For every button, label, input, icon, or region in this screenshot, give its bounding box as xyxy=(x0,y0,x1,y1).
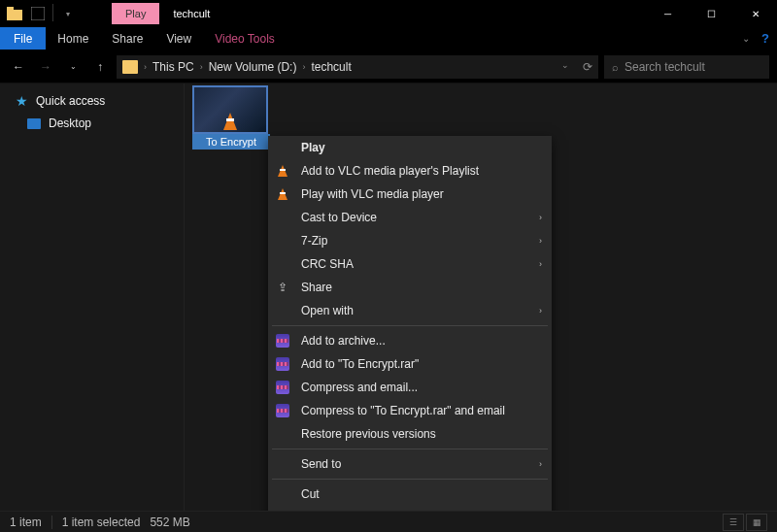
search-input[interactable]: ⌕ Search techcult xyxy=(604,55,769,79)
winrar-icon xyxy=(276,357,289,371)
minimize-button[interactable]: ─ xyxy=(646,0,690,27)
breadcrumb-this-pc[interactable]: This PC xyxy=(152,60,194,74)
tab-view[interactable]: View xyxy=(154,27,203,50)
window-controls: ─ ☐ ✕ xyxy=(646,0,777,27)
status-size: 552 MB xyxy=(150,515,189,529)
ribbon-tabs: File Home Share View Video Tools ⌄ ? xyxy=(0,27,777,50)
thumbnails-view-button[interactable]: ▦ xyxy=(746,514,767,531)
ctx-cast[interactable]: Cast to Device› xyxy=(268,206,552,229)
divider xyxy=(52,4,53,21)
chevron-right-icon: › xyxy=(539,213,542,222)
sidebar-desktop[interactable]: Desktop xyxy=(0,113,184,134)
ctx-add-archive[interactable]: Add to archive... xyxy=(268,329,552,352)
sidebar-item-label: Quick access xyxy=(36,94,105,108)
tab-video-tools[interactable]: Video Tools xyxy=(203,27,287,50)
winrar-icon xyxy=(276,404,289,417)
ctx-play-vlc[interactable]: Play with VLC media player xyxy=(268,183,552,206)
winrar-icon xyxy=(276,334,289,348)
recent-locations-icon[interactable]: ⌄ xyxy=(62,56,84,78)
sidebar-item-label: Desktop xyxy=(49,116,91,130)
ctx-compress-rar-email[interactable]: Compress to "To Encrypt.rar" and email xyxy=(268,399,552,422)
divider xyxy=(51,515,52,529)
ctx-cut[interactable]: Cut xyxy=(268,482,552,506)
address-bar[interactable]: › This PC › New Volume (D:) › techcult ⌄… xyxy=(117,55,598,79)
separator xyxy=(272,325,548,326)
file-menu[interactable]: File xyxy=(0,27,46,50)
separator xyxy=(272,479,548,480)
chevron-right-icon: › xyxy=(302,62,305,72)
ctx-crc[interactable]: CRC SHA› xyxy=(268,252,552,276)
tab-share[interactable]: Share xyxy=(100,27,154,50)
context-menu: Play Add to VLC media player's Playlist … xyxy=(268,136,552,532)
winrar-icon xyxy=(276,381,289,394)
sidebar-quick-access[interactable]: ★ Quick access xyxy=(0,89,184,113)
ribbon-collapse-icon[interactable]: ⌄ xyxy=(742,33,750,44)
svg-rect-0 xyxy=(7,10,22,20)
vlc-icon xyxy=(278,188,287,200)
status-item-count: 1 item xyxy=(10,515,42,529)
forward-button[interactable]: → xyxy=(35,56,56,78)
ctx-open-with[interactable]: Open with› xyxy=(268,299,552,322)
back-button[interactable]: ← xyxy=(8,56,29,78)
qa-dropdown-icon[interactable]: ▾ xyxy=(57,4,79,23)
maximize-button[interactable]: ☐ xyxy=(690,0,733,27)
close-button[interactable]: ✕ xyxy=(733,0,777,27)
quick-access-toolbar: ▾ xyxy=(0,2,83,25)
svg-rect-2 xyxy=(31,7,45,20)
window-title: techcult xyxy=(173,8,210,19)
ctx-restore[interactable]: Restore previous versions xyxy=(268,422,552,446)
ctx-send-to[interactable]: Send to› xyxy=(268,452,552,476)
status-selected: 1 item selected xyxy=(62,515,141,529)
ctx-7zip[interactable]: 7-Zip› xyxy=(268,229,552,252)
share-icon: ⇪ xyxy=(278,281,287,294)
folder-icon[interactable] xyxy=(4,4,25,23)
chevron-right-icon: › xyxy=(539,236,542,246)
ctx-compress-email[interactable]: Compress and email... xyxy=(268,376,552,399)
details-view-button[interactable]: ☰ xyxy=(723,514,744,531)
tab-home[interactable]: Home xyxy=(46,27,100,50)
svg-rect-1 xyxy=(7,7,14,11)
vlc-icon xyxy=(278,165,287,177)
refresh-icon[interactable]: ⟳ xyxy=(583,60,592,74)
breadcrumb-folder[interactable]: techcult xyxy=(311,60,351,74)
desktop-icon xyxy=(27,118,41,129)
chevron-right-icon: › xyxy=(144,62,147,72)
chevron-right-icon: › xyxy=(539,459,542,469)
search-placeholder: Search techcult xyxy=(625,60,705,74)
file-name: To Encrypt xyxy=(192,134,270,150)
chevron-right-icon: › xyxy=(200,62,203,72)
navigation-row: ← → ⌄ ↑ › This PC › New Volume (D:) › te… xyxy=(0,50,777,83)
star-icon: ★ xyxy=(16,93,28,109)
ctx-add-playlist[interactable]: Add to VLC media player's Playlist xyxy=(268,159,552,183)
contextual-tab-play[interactable]: Play xyxy=(112,3,159,24)
ctx-share[interactable]: ⇪Share xyxy=(268,276,552,299)
title-bar: ▾ Play techcult ─ ☐ ✕ xyxy=(0,0,777,27)
search-icon: ⌕ xyxy=(612,61,619,73)
chevron-right-icon: › xyxy=(539,306,542,316)
file-thumbnail xyxy=(192,85,268,134)
folder-icon xyxy=(122,60,138,74)
navigation-pane: ★ Quick access Desktop xyxy=(0,83,185,511)
vlc-icon xyxy=(223,113,237,130)
file-item[interactable]: To Encrypt xyxy=(192,85,270,150)
breadcrumb-volume[interactable]: New Volume (D:) xyxy=(209,60,297,74)
ctx-add-rar[interactable]: Add to "To Encrypt.rar" xyxy=(268,352,552,376)
up-button[interactable]: ↑ xyxy=(89,56,111,78)
ctx-play[interactable]: Play xyxy=(268,136,552,159)
properties-qa-icon[interactable] xyxy=(27,4,49,23)
help-icon[interactable]: ? xyxy=(761,31,769,46)
address-dropdown-icon[interactable]: ⌄ xyxy=(561,60,569,74)
separator xyxy=(272,449,548,449)
chevron-right-icon: › xyxy=(539,259,542,269)
status-bar: 1 item 1 item selected 552 MB ☰ ▦ xyxy=(0,511,777,532)
